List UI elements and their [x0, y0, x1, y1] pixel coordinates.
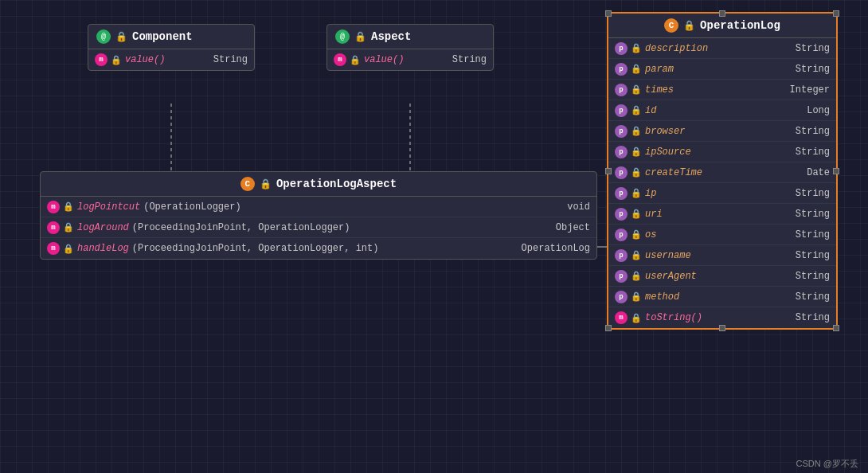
- aspect-at-icon: @: [335, 29, 350, 44]
- ol-os-type: String: [780, 229, 830, 240]
- aspect-lock-icon: 🔒: [354, 31, 366, 43]
- ol-createtime-name: createTime: [645, 167, 702, 178]
- ol-lock9: 🔒: [631, 209, 642, 219]
- ol-p1: p: [615, 42, 628, 55]
- ol-method-type: String: [780, 291, 830, 303]
- ola-handlelog-params: (ProceedingJoinPoint, OperationLogger, i…: [132, 243, 379, 254]
- ol-ip-type: String: [780, 188, 830, 199]
- resize-tl[interactable]: [605, 10, 612, 17]
- ol-description-type: String: [780, 43, 830, 54]
- watermark-text: CSDN @罗不丢: [796, 459, 858, 468]
- aspect-m-icon: m: [334, 53, 346, 66]
- ol-id-name: id: [645, 105, 656, 116]
- ola-logaround-return: Object: [556, 222, 590, 233]
- resize-br[interactable]: [833, 325, 839, 331]
- ol-c-icon: C: [664, 18, 678, 33]
- ol-ipsource-name: ipSource: [645, 147, 691, 158]
- ol-title: OperationLog: [700, 19, 780, 32]
- ola-m1-lock: 🔒: [63, 201, 74, 212]
- ol-lock3: 🔒: [631, 84, 642, 95]
- ola-header: C 🔒 OperationLogAspect: [41, 172, 596, 197]
- ol-description-name: description: [645, 43, 708, 54]
- ol-username-name: username: [645, 250, 691, 261]
- ol-field-param: p 🔒 param String: [608, 59, 836, 80]
- ol-ip-name: ip: [645, 188, 656, 199]
- ol-field-method: p 🔒 method String: [608, 287, 836, 307]
- ol-lock6: 🔒: [631, 147, 642, 157]
- ola-handlelog-return: OperationLog: [522, 243, 590, 254]
- ol-lock11: 🔒: [631, 250, 642, 260]
- ol-p13: p: [615, 291, 628, 303]
- ol-param-type: String: [780, 64, 830, 75]
- component-value-type: String: [197, 54, 248, 65]
- resize-tm[interactable]: [719, 10, 725, 17]
- ola-node: C 🔒 OperationLogAspect m 🔒 logPointcut(O…: [40, 171, 597, 260]
- ola-logpointcut-return: void: [567, 201, 590, 213]
- ola-m1-icon: m: [47, 201, 60, 213]
- ol-lock-icon: 🔒: [683, 20, 695, 32]
- component-title: Component: [132, 30, 193, 43]
- ol-p12: p: [615, 270, 628, 283]
- ol-p3: p: [615, 84, 628, 96]
- ol-lock7: 🔒: [631, 167, 642, 178]
- ol-lock2: 🔒: [631, 64, 642, 74]
- ol-id-type: Long: [791, 105, 830, 116]
- ol-header: C 🔒 OperationLog: [608, 14, 836, 38]
- ola-m2-icon: m: [47, 221, 60, 234]
- component-value-name: value(): [125, 54, 165, 65]
- ol-field-useragent: p 🔒 userAgent String: [608, 266, 836, 287]
- bottom-bar: CSDN @罗不丢: [787, 455, 868, 473]
- ol-createtime-type: Date: [791, 167, 830, 178]
- ol-field-createtime: p 🔒 createTime Date: [608, 162, 836, 183]
- ol-lock1: 🔒: [631, 43, 642, 53]
- ol-lock4: 🔒: [631, 105, 642, 115]
- component-node: @ 🔒 Component m 🔒 value() String: [88, 24, 255, 71]
- ol-uri-type: String: [780, 209, 830, 220]
- ola-m3-icon: m: [47, 242, 60, 255]
- resize-ml[interactable]: [605, 168, 612, 174]
- component-value-row: m 🔒 value() String: [88, 49, 254, 70]
- ola-c-icon: C: [240, 177, 255, 191]
- resize-bl[interactable]: [605, 325, 612, 331]
- aspect-title: Aspect: [371, 30, 411, 43]
- aspect-value-type: String: [436, 54, 487, 65]
- ol-ipsource-type: String: [780, 147, 830, 158]
- ola-m3-lock: 🔒: [63, 244, 74, 254]
- component-m-icon: m: [95, 53, 108, 66]
- resize-tr[interactable]: [833, 10, 839, 17]
- ola-method-logaround: m 🔒 logAround(ProceedingJoinPoint, Opera…: [41, 217, 596, 238]
- ol-os-name: os: [645, 229, 656, 240]
- ol-field-times: p 🔒 times Integer: [608, 80, 836, 100]
- ol-field-username: p 🔒 username String: [608, 245, 836, 266]
- ola-method-handlelog: m 🔒 handleLog(ProceedingJoinPoint, Opera…: [41, 238, 596, 259]
- aspect-row-lock: 🔒: [350, 55, 361, 65]
- ol-useragent-name: userAgent: [645, 271, 697, 282]
- ola-method-logpointcut: m 🔒 logPointcut(OperationLogger) void: [41, 197, 596, 217]
- ol-lock5: 🔒: [631, 126, 642, 136]
- aspect-header: @ 🔒 Aspect: [327, 25, 493, 49]
- component-row-lock: 🔒: [111, 55, 122, 65]
- resize-bm[interactable]: [719, 325, 725, 331]
- ol-field-ip: p 🔒 ip String: [608, 183, 836, 204]
- ol-field-browser: p 🔒 browser String: [608, 121, 836, 142]
- ola-logpointcut-name: logPointcut: [77, 201, 140, 213]
- ol-p8: p: [615, 187, 628, 200]
- ola-m2-lock: 🔒: [63, 222, 74, 233]
- ola-logaround-params: (ProceedingJoinPoint, OperationLogger): [132, 222, 350, 233]
- resize-mr[interactable]: [833, 168, 839, 174]
- ol-param-name: param: [645, 64, 674, 75]
- ol-field-ipsource: p 🔒 ipSource String: [608, 142, 836, 162]
- ol-p5: p: [615, 125, 628, 138]
- ol-p2: p: [615, 63, 628, 76]
- aspect-node: @ 🔒 Aspect m 🔒 value() String: [326, 24, 494, 71]
- component-lock-icon: 🔒: [115, 31, 127, 43]
- ol-lock13: 🔒: [631, 291, 642, 302]
- ol-p4: p: [615, 104, 628, 117]
- ola-handlelog-name: handleLog: [77, 243, 129, 254]
- ol-lock12: 🔒: [631, 271, 642, 281]
- ol-p11: p: [615, 249, 628, 262]
- aspect-value-row: m 🔒 value() String: [327, 49, 493, 70]
- ol-lock-ts: 🔒: [631, 313, 642, 323]
- ol-tostring-name: toString(): [645, 312, 702, 323]
- ol-p7: p: [615, 166, 628, 179]
